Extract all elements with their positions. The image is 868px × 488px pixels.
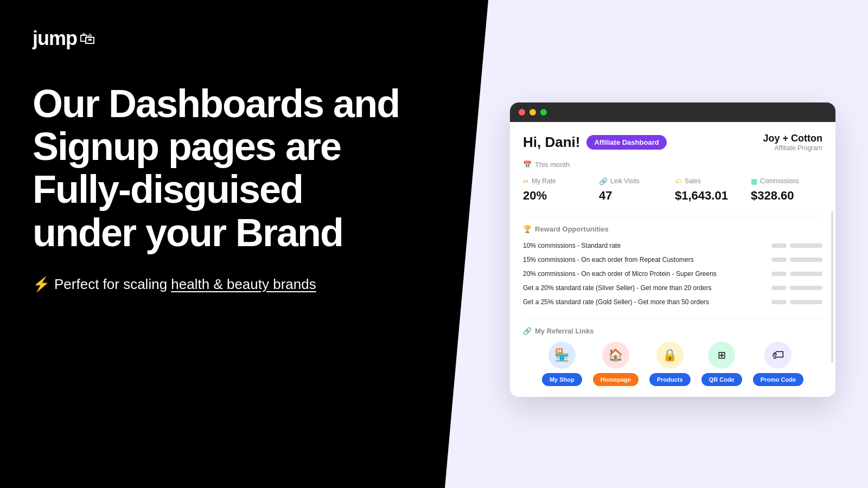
bar-short [771,243,787,248]
homepage-icon: 🏠 [608,348,623,362]
link-icon-2: 🔗 [523,327,532,335]
divider-2 [523,318,822,318]
brand-name: Joy + Cotton [763,133,822,144]
referral-item-products: 🔒 Products [649,342,691,386]
period-text: This month [535,160,570,169]
reward-row-3: 20% commissions - On each order of Micro… [523,267,822,281]
reward-bars-1 [771,243,822,248]
stat-sales: 🏷 Sales $1,643.01 [675,177,746,203]
bar-short [771,286,787,290]
reward-row-2: 15% commissions - On each order from Rep… [523,253,822,267]
sales-icon: 🏷 [675,177,682,185]
bar-long [790,243,822,248]
scrollbar[interactable] [831,211,833,363]
qrcode-button[interactable]: QR Code [701,373,742,386]
logo-text: jump [33,27,77,50]
referral-title: 🔗 My Referral Links [523,327,822,335]
dash-greeting: Hi, Dani! Affiliate Dashboard [523,134,667,151]
reward-bars-3 [771,272,822,276]
dash-brand: Joy + Cotton Affiliate Program [763,133,822,152]
bar-long [790,258,822,262]
dash-period: 📅 This month [523,160,822,169]
referral-item-promocode: 🏷 Promo Code [753,342,803,386]
comm-icon: ▦ [751,177,757,185]
tagline-emoji: ⚡ [33,276,50,293]
tagline-text: Perfect for scaling health & beauty bran… [54,276,316,293]
page-layout: jump 🛍 Our Dashboards and Signup pages a… [0,0,868,488]
right-panel: Hi, Dani! Affiliate Dashboard Joy + Cott… [445,0,868,488]
bar-short [771,300,787,304]
bar-short [771,272,787,276]
dashboard-window: Hi, Dani! Affiliate Dashboard Joy + Cott… [510,102,835,397]
reward-row-4: Get a 20% standard rate (Silver Seller) … [523,281,822,295]
referral-links-row: 🏪 My Shop 🏠 Homepage [523,342,822,386]
reward-bars-5 [771,300,822,304]
link-icon: 🔗 [599,177,608,185]
logo-icon: 🛍 [79,29,95,48]
stat-link-visits: 🔗 Link Visits 47 [599,177,671,203]
qrcode-icon-circle: ⊞ [708,342,735,369]
myshop-icon-circle: 🏪 [548,342,576,369]
stat-label-visits: 🔗 Link Visits [599,177,671,185]
dash-header: Hi, Dani! Affiliate Dashboard Joy + Cott… [523,133,822,152]
promocode-button[interactable]: Promo Code [753,373,803,386]
myshop-button[interactable]: My Shop [542,373,582,386]
stats-row: ✂ My Rate 20% 🔗 Link Visits 47 [523,177,822,203]
reward-text-1: 10% commissions - Standard rate [523,242,621,249]
myshop-icon: 🏪 [554,348,569,362]
tagline: ⚡ Perfect for scaling health & beauty br… [33,276,412,293]
referral-section: 🔗 My Referral Links 🏪 My Shop [523,327,822,386]
bar-long [790,300,822,304]
headline: Our Dashboards and Signup pages are Full… [33,82,412,254]
window-dot-green[interactable] [540,109,547,115]
stat-value-comm: $328.60 [751,189,822,203]
stat-commissions: ▦ Commissions $328.60 [751,177,822,203]
dashboard-content: Hi, Dani! Affiliate Dashboard Joy + Cott… [510,122,835,397]
rewards-section: 🏆 Reward Opportunities 10% commissions -… [523,225,822,309]
referral-item-qrcode: ⊞ QR Code [701,342,742,386]
products-icon-circle: 🔒 [656,342,684,369]
reward-text-2: 15% commissions - On each order from Rep… [523,256,694,264]
products-button[interactable]: Products [649,373,691,386]
promocode-icon-circle: 🏷 [764,342,792,369]
reward-text-4: Get a 20% standard rate (Silver Seller) … [523,284,712,292]
window-dot-yellow[interactable] [529,109,536,115]
stat-value-sales: $1,643.01 [675,189,746,203]
reward-bars-4 [771,286,822,290]
stat-label-sales: 🏷 Sales [675,177,746,185]
brand-sub: Affiliate Program [763,144,822,152]
stat-label-rate: ✂ My Rate [523,177,595,185]
reward-text-3: 20% commissions - On each order of Micro… [523,270,717,278]
logo: jump 🛍 [33,27,412,50]
promocode-icon: 🏷 [772,348,784,362]
homepage-button[interactable]: Homepage [593,373,639,386]
homepage-icon-circle: 🏠 [602,342,629,369]
divider-1 [523,216,822,216]
products-icon: 🔒 [662,348,677,362]
reward-bars-2 [771,258,822,262]
left-panel: jump 🛍 Our Dashboards and Signup pages a… [0,0,445,488]
stat-value-rate: 20% [523,189,595,203]
referral-item-homepage: 🏠 Homepage [593,342,639,386]
greeting-name: Hi, Dani! [523,134,580,151]
reward-row-1: 10% commissions - Standard rate [523,239,822,253]
window-dot-red[interactable] [519,109,525,115]
qrcode-icon: ⊞ [718,349,726,361]
referral-item-myshop: 🏪 My Shop [542,342,582,386]
stat-my-rate: ✂ My Rate 20% [523,177,595,203]
reward-row-5: Get a 25% standard rate (Gold Seller) - … [523,295,822,309]
bar-long [790,286,822,290]
stat-value-visits: 47 [599,189,671,203]
rewards-title: 🏆 Reward Opportunities [523,225,822,233]
trophy-icon: 🏆 [523,225,532,233]
bar-long [790,272,822,276]
stat-label-comm: ▦ Commissions [751,177,822,185]
rate-icon: ✂ [523,177,529,185]
calendar-icon: 📅 [523,160,532,169]
window-titlebar [510,102,835,122]
affiliate-badge: Affiliate Dashboard [586,135,666,150]
bar-short [771,258,787,262]
reward-text-5: Get a 25% standard rate (Gold Seller) - … [523,298,709,306]
